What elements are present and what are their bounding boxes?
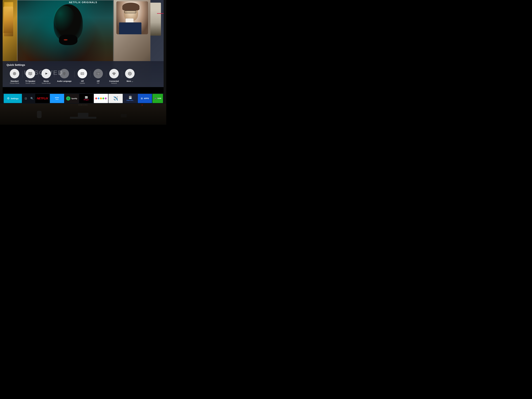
svg-line-25 [130, 74, 131, 75]
quick-settings-title: Quick Settings [6, 63, 160, 66]
svg-point-2 [14, 73, 15, 74]
subtitle-icon [78, 69, 87, 78]
app-settings-button[interactable]: ⚙ Settings [4, 94, 22, 103]
svg-rect-12 [81, 73, 84, 75]
flash-drive-icon: 💾 [128, 96, 132, 99]
settings-item-network[interactable]: Connected Network [106, 69, 122, 84]
svg-line-24 [129, 73, 129, 73]
settings-item-pip[interactable]: Off PIP [90, 69, 106, 84]
desk-object2 [121, 114, 127, 117]
sound-output-label-bottom: Sound Output [25, 82, 35, 84]
settings-label: Settings [11, 97, 19, 100]
tv-screen-area: NETFLIX ORIGINALS UNSOLVED [3, 0, 164, 104]
iplayer-label: iPlayer [84, 99, 89, 101]
app-bbc-iplayer[interactable]: BBC iPlayer [79, 94, 93, 103]
app-spotify[interactable]: ♫ Spotify [64, 94, 79, 103]
network-label-bottom: Network [111, 82, 117, 84]
netflix-logo: NETFLIX [37, 97, 48, 100]
desk-object [79, 114, 87, 117]
pip-label-top: Off [97, 80, 100, 82]
tv-content: NETFLIX ORIGINALS UNSOLVED [3, 0, 164, 87]
app-apps-button[interactable]: ⊞ APPS [138, 94, 152, 103]
prime-video-label: video [55, 99, 59, 100]
spotify-circle-icon: ♫ [66, 96, 70, 101]
settings-gear-icon: ⚙ [7, 97, 10, 100]
sound-mode-label-top: Movie [44, 80, 49, 82]
flash-drive-label: Flash Driv... [127, 100, 134, 101]
more-icon [125, 69, 135, 78]
audio-language-label-top: Audio Language [57, 80, 71, 82]
network-icon [109, 69, 119, 78]
app-netflix[interactable]: NETFLIX [35, 94, 50, 103]
mystery-icon: ✈️ [113, 96, 118, 101]
settings-item-subtitle[interactable]: Off Subtitle [74, 69, 90, 84]
samsung-brand: SAMSUNG [78, 104, 88, 106]
pip-icon [93, 69, 103, 78]
subtitle-label-bottom: Subtitle [80, 82, 85, 84]
netflix-originals-label: NETFLIX ORIGINALS [69, 1, 97, 4]
network-label-top: Connected [109, 80, 119, 82]
full-page: NETFLIX ORIGINALS UNSOLVED [0, 0, 166, 125]
pip-label-bottom: PIP [97, 82, 99, 84]
below-tv-area: SAMSUNG [0, 104, 166, 125]
subtitle-label-top: Off [81, 80, 84, 82]
app-prime-video[interactable]: prime video [50, 94, 64, 103]
settings-item-more[interactable]: More ... [122, 69, 138, 82]
bbc-logo: BBC [85, 96, 88, 98]
itv-logo [95, 97, 107, 99]
sound-mode-label-bottom: Sound Mode [42, 82, 51, 84]
remote-control [37, 111, 42, 118]
svg-rect-16 [98, 73, 100, 74]
svg-line-27 [129, 74, 129, 75]
svg-line-26 [130, 73, 131, 73]
picture-mode-icon [10, 69, 19, 78]
apps-label: APPS [144, 97, 149, 100]
svg-point-17 [114, 75, 114, 75]
gaming-label: GAM [158, 97, 161, 99]
gaming-icon: 🎮 [154, 97, 157, 100]
app-gaming[interactable]: 🎮 GAM [152, 94, 163, 103]
show-title-text: UNSOLVED [24, 69, 63, 76]
settings-item-picture-mode[interactable]: Standard Picture Mode [6, 69, 22, 84]
app-mystery[interactable]: ✈️ [108, 94, 123, 103]
search-button[interactable]: 🔍 [29, 95, 35, 101]
apps-grid-icon: ⊞ [141, 97, 143, 100]
more-label-top: More ... [127, 80, 133, 82]
app-flash-drive[interactable]: 💾 Flash Driv... [123, 94, 137, 103]
picture-mode-label-top: Standard [11, 80, 19, 82]
prime-label: prime [55, 97, 59, 98]
svg-text:✦: ✦ [64, 72, 65, 73]
app-bar: ⚙ Settings ⊡ 🔍 NETFLIX prime video ♫ [3, 93, 164, 104]
picture-mode-label-bottom: Picture Mode [10, 82, 19, 84]
led-indicator [142, 105, 142, 105]
svg-point-19 [129, 73, 130, 74]
face-highlight [54, 6, 75, 32]
app-itv[interactable] [94, 94, 108, 103]
source-button[interactable]: ⊡ [23, 95, 29, 101]
spotify-label: Spotify [71, 97, 77, 100]
sound-output-label-top: TV Speaker [25, 80, 35, 82]
